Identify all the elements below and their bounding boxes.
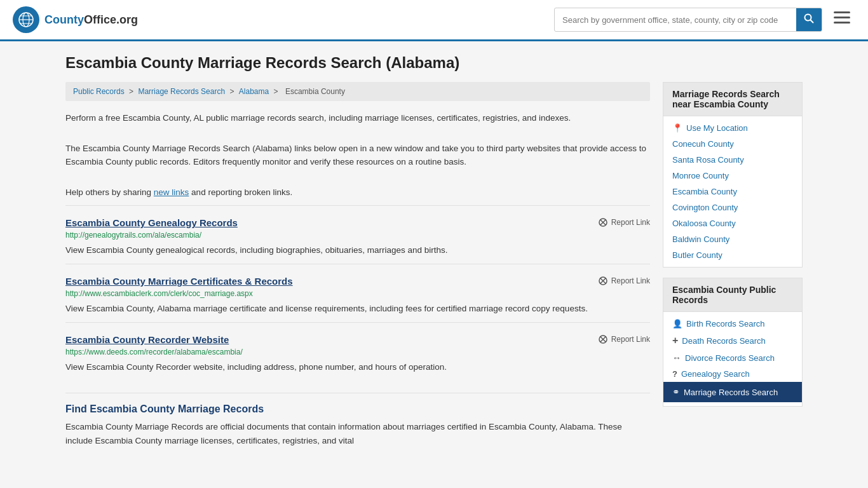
logo-suffix: Office.org: [84, 13, 138, 26]
sidebar-item-marriage-active[interactable]: ⚭ Marriage Records Search: [663, 382, 802, 402]
genealogy-search-link[interactable]: Genealogy Search: [681, 369, 750, 379]
result-url-3[interactable]: https://www.deeds.com/recorder/alabama/e…: [65, 348, 650, 356]
site-header: CountyOffice.org: [0, 0, 868, 41]
page-title: Escambia County Marriage Records Search …: [65, 54, 803, 72]
sidebar-item-escambia[interactable]: Escambia County: [663, 184, 802, 200]
search-input[interactable]: [555, 10, 796, 30]
search-button[interactable]: [796, 8, 822, 31]
sidebar-item-use-location[interactable]: 📍 Use My Location: [663, 120, 802, 136]
sidebar: Marriage Records Search near Escambia Co…: [663, 82, 803, 417]
svg-line-7: [811, 20, 813, 23]
menu-button[interactable]: [829, 9, 855, 30]
page-wrapper: Escambia County Marriage Records Search …: [53, 41, 815, 460]
section-heading: Find Escambia County Marriage Records: [65, 393, 650, 415]
main-content: Public Records > Marriage Records Search…: [65, 82, 650, 447]
sidebar-item-santa-rosa[interactable]: Santa Rosa County: [663, 152, 802, 168]
description-para1: Perform a free Escambia County, AL publi…: [65, 111, 650, 125]
genealogy-icon: ?: [672, 369, 677, 379]
sidebar-nearby-section: Marriage Records Search near Escambia Co…: [663, 82, 803, 268]
divorce-records-link[interactable]: Divorce Records Search: [685, 353, 775, 363]
sidebar-item-covington[interactable]: Covington County: [663, 200, 802, 215]
description-para3: Help others by sharing new links and rep…: [65, 186, 650, 200]
sidebar-item-genealogy[interactable]: ? Genealogy Search: [663, 366, 802, 382]
result-url-2[interactable]: http://www.escambiaclerk.com/clerk/coc_m…: [65, 289, 650, 298]
logo-area: CountyOffice.org: [13, 6, 138, 33]
santa-rosa-county-link[interactable]: Santa Rosa County: [672, 155, 744, 165]
death-icon: +: [672, 335, 678, 346]
monroe-county-link[interactable]: Monroe County: [672, 171, 729, 180]
sidebar-nearby-heading: Marriage Records Search near Escambia Co…: [663, 83, 802, 116]
main-layout: Public Records > Marriage Records Search…: [65, 82, 803, 447]
result-title-2[interactable]: Escambia County Marriage Certificates & …: [65, 276, 293, 287]
marriage-icon: ⚭: [672, 387, 680, 397]
conecuh-county-link[interactable]: Conecuh County: [672, 139, 734, 149]
sidebar-public-records-section: Escambia County Public Records 👤 Birth R…: [663, 278, 803, 407]
description-para2: The Escambia County Marriage Records Sea…: [65, 142, 650, 169]
result-item-1: Escambia County Genealogy Records Report…: [65, 205, 650, 264]
baldwin-county-link[interactable]: Baldwin County: [672, 234, 729, 244]
new-links-link[interactable]: new links: [154, 187, 189, 197]
escambia-county-link[interactable]: Escambia County: [672, 187, 737, 196]
svg-rect-8: [834, 11, 850, 13]
breadcrumb-current: Escambia County: [285, 87, 345, 96]
result-item-2: Escambia County Marriage Certificates & …: [65, 264, 650, 322]
birth-records-link[interactable]: Birth Records Search: [686, 319, 765, 329]
report-link-2[interactable]: Report Link: [598, 276, 650, 286]
sidebar-item-divorce[interactable]: ↔ Divorce Records Search: [663, 349, 802, 366]
marriage-records-link[interactable]: Marriage Records Search: [684, 388, 778, 397]
sidebar-public-records-list: 👤 Birth Records Search + Death Records S…: [663, 312, 802, 406]
result-desc-3: View Escambia County Recorder website, i…: [65, 360, 650, 374]
result-header-1: Escambia County Genealogy Records Report…: [65, 217, 650, 228]
report-link-1[interactable]: Report Link: [598, 217, 650, 227]
breadcrumb-alabama[interactable]: Alabama: [239, 87, 269, 96]
section-body: Escambia County Marriage Records are off…: [65, 420, 650, 447]
result-item-3: Escambia County Recorder Website Report …: [65, 322, 650, 381]
sidebar-public-records-heading: Escambia County Public Records: [663, 278, 802, 312]
logo-county: County: [44, 13, 84, 26]
covington-county-link[interactable]: Covington County: [672, 203, 738, 212]
sidebar-item-monroe[interactable]: Monroe County: [663, 168, 802, 184]
breadcrumb: Public Records > Marriage Records Search…: [65, 82, 650, 101]
logo-text: CountyOffice.org: [44, 13, 138, 27]
search-bar: [554, 8, 822, 32]
butler-county-link[interactable]: Butler County: [672, 250, 722, 260]
breadcrumb-sep1: >: [129, 87, 135, 96]
result-title-3[interactable]: Escambia County Recorder Website: [65, 334, 229, 345]
sidebar-item-baldwin[interactable]: Baldwin County: [663, 231, 802, 247]
pin-icon: 📍: [672, 123, 682, 133]
breadcrumb-sep2: >: [229, 87, 236, 96]
result-title-1[interactable]: Escambia County Genealogy Records: [65, 217, 238, 228]
result-header-2: Escambia County Marriage Certificates & …: [65, 276, 650, 287]
sidebar-item-birth[interactable]: 👤 Birth Records Search: [663, 316, 802, 332]
sidebar-item-okaloosa[interactable]: Okaloosa County: [663, 215, 802, 231]
sidebar-item-death[interactable]: + Death Records Search: [663, 332, 802, 349]
header-right: [554, 8, 855, 32]
death-records-link[interactable]: Death Records Search: [682, 336, 766, 346]
breadcrumb-public-records[interactable]: Public Records: [73, 87, 125, 96]
breadcrumb-sep3: >: [274, 87, 280, 96]
use-my-location-link[interactable]: Use My Location: [686, 123, 748, 133]
okaloosa-county-link[interactable]: Okaloosa County: [672, 219, 736, 228]
result-header-3: Escambia County Recorder Website Report …: [65, 334, 650, 345]
report-link-3[interactable]: Report Link: [598, 334, 650, 344]
sidebar-nearby-list: 📍 Use My Location Conecuh County Santa R…: [663, 116, 802, 267]
divorce-icon: ↔: [672, 353, 681, 363]
result-desc-2: View Escambia County, Alabama marriage c…: [65, 302, 650, 316]
result-desc-1: View Escambia County genealogical record…: [65, 243, 650, 257]
sidebar-item-butler[interactable]: Butler County: [663, 247, 802, 263]
svg-rect-9: [834, 17, 850, 18]
birth-icon: 👤: [672, 319, 682, 329]
result-url-1[interactable]: http://genealogytrails.com/ala/escambia/: [65, 231, 650, 240]
logo-icon: [13, 6, 39, 33]
sidebar-item-conecuh[interactable]: Conecuh County: [663, 136, 802, 152]
breadcrumb-marriage-records[interactable]: Marriage Records Search: [138, 87, 225, 96]
svg-rect-10: [834, 22, 850, 24]
